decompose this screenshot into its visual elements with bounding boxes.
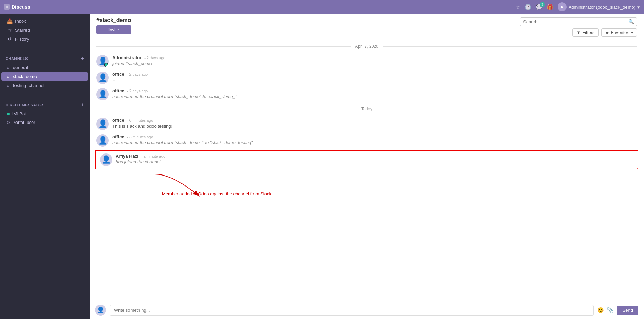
offline-dot [7, 121, 10, 124]
msg-time: - a minute ago [141, 154, 165, 158]
favorites-label: Favorites [611, 30, 629, 35]
sidebar-item-general[interactable]: # general [1, 63, 88, 72]
dm-name: Portal_user [12, 120, 35, 125]
message-item: 👤 Aifiya Kazi - a minute ago has joined … [97, 152, 636, 167]
msg-time: - 6 minutes ago [127, 118, 153, 123]
star-icon[interactable]: ☆ [516, 4, 520, 10]
filters-button[interactable]: ▼ Filters [572, 28, 598, 37]
channel-title: #slack_demo [96, 17, 131, 23]
date-divider-1: April 7, 2020 [90, 40, 644, 53]
message-input-wrapper [110, 305, 594, 316]
user-menu[interactable]: A Administrator (odoo_slack_demo) ▾ [558, 2, 640, 11]
avatar: 👤 [96, 55, 109, 67]
msg-author: office [112, 118, 124, 123]
content-area: #slack_demo Invite 🔍 ▼ Filters ★ Favorit… [90, 14, 644, 319]
divider [6, 93, 84, 93]
topbar: ⠿ Discuss ☆ 🕐 💬 3 🎁 A Administrator (odo… [0, 0, 644, 14]
emoji-icon[interactable]: 😊 [597, 307, 604, 313]
search-bar: 🔍 [520, 17, 637, 26]
channels-section-header: CHANNELS + [0, 52, 90, 63]
app-grid-icon: ⠿ [4, 4, 10, 10]
search-icon: 🔍 [628, 19, 634, 24]
message-highlighted: 👤 Aifiya Kazi - a minute ago has joined … [95, 150, 638, 169]
hash-icon: # [7, 83, 10, 88]
avatar: 👤 [96, 72, 109, 84]
app-title: Discuss [12, 4, 30, 10]
sidebar-item-testing-channel[interactable]: # testing_channel [1, 81, 88, 89]
msg-author: office [112, 88, 124, 93]
message-item: 👤 office - 3 minutes ago has renamed the… [90, 132, 644, 149]
msg-author: office [112, 134, 124, 139]
hash-icon: # [7, 65, 10, 70]
favorites-button[interactable]: ★ Favorites ▾ [601, 28, 637, 37]
attachment-icon[interactable]: 📎 [607, 307, 614, 313]
avatar: 👤 [96, 118, 109, 130]
star-icon: ☆ [7, 27, 12, 33]
send-button[interactable]: Send [617, 306, 638, 315]
input-avatar: 👤 [95, 305, 106, 316]
chat-badge: 3 [540, 2, 545, 7]
date-divider-2: Today [90, 103, 644, 116]
msg-author: Administrator [112, 55, 142, 60]
user-label: Administrator (odoo_slack_demo) [569, 4, 635, 10]
sidebar-item-starred[interactable]: ☆ Starred [1, 26, 88, 34]
channel-name: testing_channel [13, 83, 44, 88]
annotation-arrow [152, 171, 262, 202]
avatar: 👤 [96, 88, 109, 100]
avatar: 👤 [96, 134, 109, 147]
msg-text: joined #slack_demo [112, 61, 637, 66]
input-bar: 👤 😊 📎 Send [90, 301, 644, 319]
dm-name: iMi Bot [12, 111, 26, 116]
invite-button[interactable]: Invite [96, 25, 131, 34]
channels-label: CHANNELS [6, 56, 28, 61]
msg-author: Aifiya Kazi [116, 153, 138, 159]
sidebar-item-label: History [15, 36, 29, 42]
msg-text: has renamed the channel from "slack_demo… [112, 94, 637, 99]
filters-label: Filters [582, 30, 594, 35]
messages-area[interactable]: April 7, 2020 👤 Administrator - 2 days a… [90, 40, 644, 301]
avatar: A [558, 2, 567, 11]
add-dm-btn[interactable]: + [81, 102, 84, 108]
sidebar-item-label: Inbox [15, 19, 26, 24]
avatar: 👤 [100, 153, 112, 166]
message-item: 👤 office - 2 days ago has renamed the ch… [90, 86, 644, 103]
msg-time: - 2 days ago [127, 72, 148, 76]
sidebar-item-inbox[interactable]: 📥 Inbox [1, 17, 88, 25]
msg-text: has renamed the channel from "slack_demo… [112, 140, 637, 145]
add-channel-btn[interactable]: + [81, 55, 84, 62]
filter-icon: ▼ [576, 30, 581, 35]
msg-text: Hi! [112, 77, 637, 83]
sidebar-item-slack-demo[interactable]: # slack_demo [1, 72, 88, 81]
star-icon: ★ [605, 30, 609, 35]
dm-label: DIRECT MESSAGES [6, 103, 45, 107]
user-icon: 👤 [102, 155, 111, 164]
message-item: 👤 Administrator - 2 days ago joined #sla… [90, 53, 644, 70]
online-dot [7, 113, 10, 115]
chat-icon[interactable]: 💬 3 [536, 4, 542, 10]
sidebar: 📥 Inbox ☆ Starred ↺ History CHANNELS + #… [0, 14, 90, 319]
annotation-text: Member added in Odoo against the channel… [162, 191, 271, 196]
dm-section-header: DIRECT MESSAGES + [0, 98, 90, 109]
user-icon: 👤 [97, 306, 104, 314]
sidebar-item-portal-user[interactable]: Portal_user [1, 118, 88, 126]
message-item: 👤 office - 6 minutes ago This is slack a… [90, 116, 644, 132]
sidebar-item-imi-bot[interactable]: iMi Bot [1, 110, 88, 118]
user-icon: 👤 [98, 73, 107, 82]
clock-icon[interactable]: 🕐 [524, 4, 531, 10]
chevron-down-icon: ▾ [631, 30, 633, 35]
gift-icon[interactable]: 🎁 [547, 4, 553, 10]
message-input[interactable] [114, 308, 589, 313]
sidebar-item-history[interactable]: ↺ History [1, 35, 88, 43]
msg-time: - 3 minutes ago [127, 135, 153, 139]
msg-time: - 2 days ago [144, 56, 165, 60]
user-icon: 👤 [98, 57, 107, 66]
user-icon: 👤 [98, 119, 107, 128]
search-input[interactable] [523, 19, 626, 24]
sidebar-item-label: Starred [15, 28, 30, 33]
divider [6, 46, 84, 46]
msg-time: - 2 days ago [127, 89, 148, 93]
input-actions: 😊 📎 [597, 307, 614, 313]
msg-author: office [112, 72, 124, 77]
annotation-container: Member added in Odoo against the channel… [90, 171, 644, 205]
inbox-icon: 📥 [7, 18, 12, 24]
